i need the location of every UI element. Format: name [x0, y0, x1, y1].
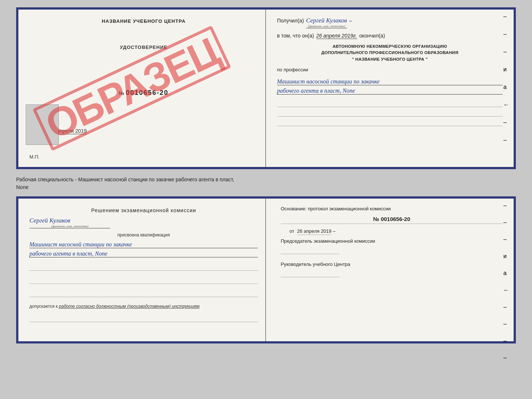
- cert-number: 0010656-20: [126, 89, 168, 96]
- bottom-name: Сергей Кулаков (фамилия, имя, отчество): [29, 217, 110, 228]
- cert-number-area: № 0010656-20: [29, 89, 258, 97]
- vtom-label: в том, что он(а): [277, 33, 314, 39]
- profession-line1: Машинист насосной станции по закачке: [277, 78, 503, 85]
- right-line-1: [277, 99, 503, 107]
- poluchil-row: Получил(а) Сергей Кулаков (фамилия, имя,…: [277, 17, 503, 28]
- prof-value-block: Машинист насосной станции по закачке раб…: [277, 77, 503, 95]
- specialty-text: Рабочая специальность - Машинист насосно…: [16, 174, 516, 192]
- right-side-dashes: – – – и а ← – –: [503, 13, 509, 143]
- bottom-cert-right: Основание: протокол экзаменационной коми…: [266, 199, 514, 341]
- vtom-row: в том, что он(а) 26 апреля 2019г. окончи…: [277, 33, 503, 39]
- protocol-number: № 0010656-20: [281, 216, 503, 224]
- rukovoditel-label: Руководитель учебного Центра: [281, 261, 503, 267]
- predsedatel-label: Председатель экзаменационной комиссии: [281, 238, 503, 244]
- prisvoyena-label: присвоена квалификация: [29, 232, 258, 238]
- bottom-certificate: Решением экзаменационной комиссии Сергей…: [16, 196, 516, 343]
- okончил-label: окончил(а): [359, 33, 385, 39]
- qual-block: Машинист насосной станции по закачке раб…: [29, 241, 258, 257]
- org-line2: ДОПОЛНИТЕЛЬНОГО ПРОФЕССИОНАЛЬНОГО ОБРАЗО…: [277, 50, 503, 56]
- rukovoditel-block: Руководитель учебного Центра: [281, 261, 503, 277]
- qual-line1: Машинист насосной станции по закачке: [29, 241, 258, 248]
- vydano-row: Выдано 26 апреля 2019: [29, 128, 258, 134]
- bottom-underline-2: [29, 276, 258, 284]
- resheniem-label: Решением экзаменационной комиссии: [29, 207, 258, 213]
- bottom-name-block: Сергей Кулаков (фамилия, имя, отчество): [29, 217, 258, 229]
- predsedatel-signature-line: [281, 246, 339, 254]
- right-line-3: [277, 118, 503, 126]
- protocol-date: от 26 апреля 2019 –: [290, 228, 503, 234]
- osnovanie-label: Основание: протокол экзаменационной коми…: [281, 206, 503, 211]
- vtom-date: 26 апреля 2019г.: [316, 33, 357, 39]
- bottom-cert-left: Решением экзаменационной комиссии Сергей…: [18, 199, 266, 341]
- bottom-right-side-dashes: – – – и а ← – – – –: [503, 202, 509, 361]
- qual-line2: рабочего агента в пласт, None: [29, 250, 258, 257]
- poluchil-sub: (фамилия, имя, отчество): [306, 24, 347, 28]
- top-cert-right: Получил(а) Сергей Кулаков (фамилия, имя,…: [266, 10, 514, 167]
- org-line3: " НАЗВАНИЕ УЧЕБНОГО ЦЕНТРА ": [277, 56, 503, 63]
- photo-placeholder: [26, 104, 59, 145]
- bottom-name-sub: (фамилия, имя, отчество): [29, 224, 110, 228]
- prof-label: по профессии: [277, 67, 503, 72]
- top-cert-left: НАЗВАНИЕ УЧЕБНОГО ЦЕНТРА УДОСТОВЕРЕНИЕ №…: [18, 10, 266, 167]
- poluchil-label: Получил(а): [277, 18, 304, 24]
- org-block: АВТОНОМНУЮ НЕКОММЕРЧЕСКУЮ ОРГАНИЗАЦИЮ ДО…: [277, 43, 503, 63]
- bottom-underline-1: [29, 263, 258, 271]
- dopusk-row: допускается к работе согласно должностны…: [29, 304, 258, 309]
- poluchil-name: Сергей Кулаков (фамилия, имя, отчество): [306, 17, 347, 28]
- dopusk-text: работе согласно должностным (производств…: [59, 304, 200, 309]
- right-lines: [277, 99, 503, 126]
- udostoverenie-label: УДОСТОВЕРЕНИЕ: [29, 44, 258, 50]
- mp-label: М.П.: [29, 154, 258, 160]
- right-line-2: [277, 108, 503, 117]
- predsedatel-block: Председатель экзаменационной комиссии: [281, 238, 503, 254]
- top-certificate: НАЗВАНИЕ УЧЕБНОГО ЦЕНТРА УДОСТОВЕРЕНИЕ №…: [16, 7, 516, 169]
- poluchil-dash: –: [349, 18, 352, 24]
- number-prefix: №: [119, 90, 124, 96]
- org-line1: АВТОНОМНУЮ НЕКОММЕРЧЕСКУЮ ОРГАНИЗАЦИЮ: [277, 43, 503, 50]
- profession-line2: рабочего агента в пласт, None: [277, 88, 503, 95]
- rukovoditel-signature-line: [281, 269, 339, 277]
- top-left-title: НАЗВАНИЕ УЧЕБНОГО ЦЕНТРА: [29, 18, 258, 24]
- bottom-underline-3: [29, 289, 258, 297]
- bottom-underline-4: [29, 314, 258, 322]
